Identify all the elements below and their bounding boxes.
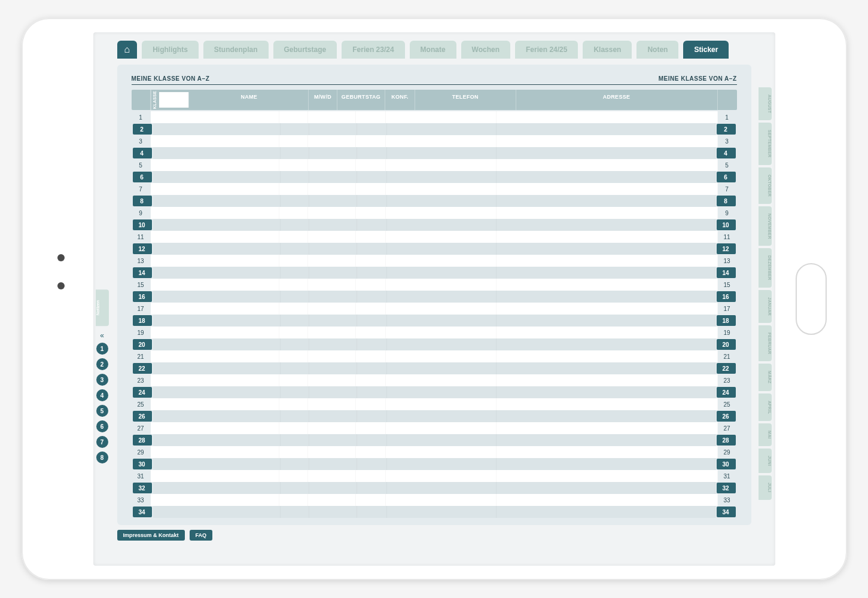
cell-telefon[interactable] [386, 111, 497, 123]
cell-name[interactable] [151, 111, 279, 123]
table-row[interactable]: 11 [132, 111, 737, 123]
cell-mwd[interactable] [279, 159, 308, 171]
table-row[interactable]: 99 [132, 207, 737, 219]
cell-mwd[interactable] [279, 446, 308, 458]
cell-mwd[interactable] [281, 410, 309, 422]
cell-geburtstag[interactable] [309, 434, 357, 446]
cell-mwd[interactable] [281, 171, 309, 183]
cell-telefon[interactable] [387, 243, 497, 255]
cell-adresse[interactable] [497, 207, 718, 219]
cell-mwd[interactable] [281, 291, 309, 303]
tab-geburtstage[interactable]: Geburtstage [273, 41, 337, 59]
cell-adresse[interactable] [497, 350, 718, 362]
table-row[interactable]: 3333 [132, 494, 737, 506]
impressum-button[interactable]: Impressum & Kontakt [117, 530, 185, 541]
cell-adresse[interactable] [497, 398, 718, 410]
cell-geburtstag[interactable] [308, 111, 356, 123]
table-row[interactable]: 22 [132, 123, 737, 135]
cell-konf[interactable] [356, 470, 386, 482]
tablet-home-button[interactable] [796, 263, 827, 335]
cell-mwd[interactable] [279, 422, 308, 434]
table-row[interactable]: 1414 [132, 267, 737, 279]
tab-stundenplan[interactable]: Stundenplan [203, 41, 269, 59]
cell-adresse[interactable] [497, 111, 718, 123]
cell-mwd[interactable] [279, 303, 308, 315]
class-circle-4[interactable]: 4 [96, 389, 108, 401]
cell-adresse[interactable] [497, 279, 718, 291]
table-row[interactable]: 1616 [132, 291, 737, 303]
cell-name[interactable] [151, 303, 279, 315]
cell-konf[interactable] [356, 374, 386, 386]
tab-sticker[interactable]: Sticker [683, 41, 729, 59]
cell-adresse[interactable] [497, 195, 715, 207]
cell-geburtstag[interactable] [309, 219, 357, 231]
chevron-icon[interactable]: « [100, 332, 104, 339]
cell-name[interactable] [153, 267, 281, 279]
cell-telefon[interactable] [386, 159, 497, 171]
cell-geburtstag[interactable] [309, 338, 357, 350]
cell-geburtstag[interactable] [309, 506, 357, 518]
cell-konf[interactable] [356, 494, 386, 506]
cell-telefon[interactable] [386, 135, 497, 147]
cell-mwd[interactable] [279, 494, 308, 506]
cell-telefon[interactable] [387, 291, 497, 303]
cell-geburtstag[interactable] [308, 327, 356, 338]
month-tab-mai[interactable]: MAI [759, 423, 772, 446]
cell-mwd[interactable] [279, 279, 308, 291]
col-klasse-input[interactable] [159, 92, 189, 108]
cell-telefon[interactable] [386, 398, 497, 410]
cell-adresse[interactable] [497, 315, 715, 327]
cell-geburtstag[interactable] [308, 494, 356, 506]
cell-mwd[interactable] [279, 231, 308, 243]
cell-konf[interactable] [357, 195, 387, 207]
cell-konf[interactable] [356, 255, 386, 267]
cell-konf[interactable] [356, 159, 386, 171]
cell-telefon[interactable] [387, 362, 497, 374]
table-row[interactable]: 2828 [132, 434, 737, 446]
cell-geburtstag[interactable] [309, 195, 357, 207]
cell-adresse[interactable] [497, 494, 718, 506]
cell-konf[interactable] [357, 123, 387, 135]
cell-konf[interactable] [356, 183, 386, 195]
cell-mwd[interactable] [279, 183, 308, 195]
cell-geburtstag[interactable] [308, 422, 356, 434]
cell-telefon[interactable] [386, 422, 497, 434]
cell-adresse[interactable] [497, 374, 718, 386]
cell-adresse[interactable] [497, 183, 718, 195]
cell-adresse[interactable] [497, 231, 718, 243]
month-tab-märz[interactable]: MÄRZ [759, 364, 772, 390]
cell-name[interactable] [153, 171, 281, 183]
table-row[interactable]: 3131 [132, 470, 737, 482]
cell-konf[interactable] [357, 506, 387, 518]
cell-telefon[interactable] [387, 195, 497, 207]
cell-geburtstag[interactable] [309, 482, 357, 494]
cell-konf[interactable] [357, 291, 387, 303]
table-row[interactable]: 55 [132, 159, 737, 171]
cell-mwd[interactable] [279, 255, 308, 267]
table-row[interactable]: 1919 [132, 327, 737, 338]
cell-mwd[interactable] [279, 350, 308, 362]
cell-mwd[interactable] [281, 506, 309, 518]
month-tab-august[interactable]: AUGUST [759, 87, 772, 120]
class-circle-2[interactable]: 2 [96, 358, 108, 370]
cell-geburtstag[interactable] [309, 362, 357, 374]
cell-telefon[interactable] [387, 171, 497, 183]
cell-name[interactable] [151, 494, 279, 506]
cell-mwd[interactable] [281, 386, 309, 398]
cell-adresse[interactable] [497, 303, 718, 315]
cell-name[interactable] [153, 243, 281, 255]
cell-mwd[interactable] [281, 362, 309, 374]
cell-telefon[interactable] [386, 470, 497, 482]
table-row[interactable]: 1818 [132, 315, 737, 327]
tab-noten[interactable]: Noten [636, 41, 678, 59]
cell-konf[interactable] [357, 410, 387, 422]
cell-konf[interactable] [357, 147, 387, 159]
cell-mwd[interactable] [281, 315, 309, 327]
cell-name[interactable] [151, 422, 279, 434]
cell-adresse[interactable] [497, 243, 715, 255]
table-row[interactable]: 2121 [132, 350, 737, 362]
cell-konf[interactable] [357, 338, 387, 350]
cell-telefon[interactable] [387, 410, 497, 422]
tab-ferien2425[interactable]: Ferien 24/25 [515, 41, 578, 59]
cell-konf[interactable] [357, 386, 387, 398]
